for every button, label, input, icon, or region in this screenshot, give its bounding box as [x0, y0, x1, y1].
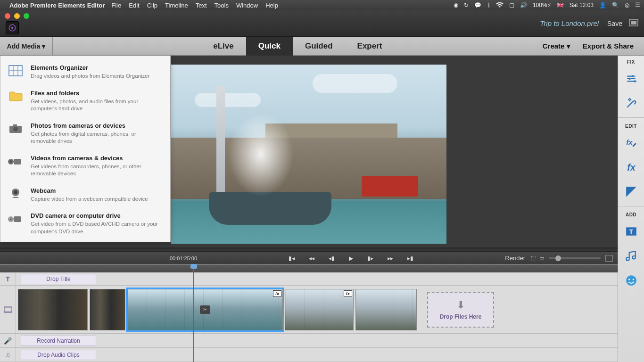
dvd-camera-icon — [7, 212, 24, 225]
tab-guided[interactable]: Guided — [293, 37, 345, 56]
prev-clip-button[interactable]: ◂◂ — [309, 255, 314, 262]
safe-margins-icon[interactable]: ⬚ — [531, 255, 536, 261]
playhead[interactable] — [193, 265, 194, 362]
export-share-button[interactable]: Export & Share — [583, 42, 634, 50]
spotlight-icon[interactable]: 🔍 — [612, 2, 619, 8]
tab-expert[interactable]: Expert — [345, 37, 395, 56]
svg-point-7 — [632, 75, 634, 77]
clip-1[interactable] — [18, 289, 88, 330]
save-button[interactable]: Save — [607, 20, 622, 27]
battery-status[interactable]: 100% ⚡︎ — [533, 2, 551, 8]
add-media-videos[interactable]: Videos from cameras & devicesGet videos … — [0, 150, 170, 182]
svg-point-31 — [10, 219, 12, 220]
close-window-button[interactable] — [5, 13, 10, 19]
folder-icon — [7, 90, 24, 103]
applied-effects-button[interactable]: fx — [623, 159, 640, 176]
macos-menubar: Adobe Premiere Elements Editor File Edit… — [0, 0, 644, 10]
split-clip-icon[interactable]: ✂ — [200, 305, 210, 314]
clip-2[interactable] — [90, 289, 125, 330]
audio-track: ♫ Drop Audio Clips — [0, 348, 618, 362]
music-note-icon: ♫ — [0, 348, 16, 362]
menu-text[interactable]: Text — [196, 2, 207, 9]
svg-point-28 — [14, 190, 17, 194]
add-media-dropdown: Elements OrganizerDrag videos and photos… — [0, 56, 171, 242]
fullscreen-icon[interactable] — [629, 19, 638, 28]
timeline-ruler[interactable] — [0, 265, 618, 272]
add-media-photos[interactable]: Photos from cameras or devicesGet photos… — [0, 117, 170, 150]
clock[interactable]: Sat 12:03 — [570, 2, 594, 8]
add-section-label: ADD — [626, 208, 636, 219]
bluetooth-icon[interactable]: ᛒ — [487, 2, 490, 8]
svg-rect-5 — [4, 307, 12, 308]
app-name[interactable]: Adobe Premiere Elements Editor — [9, 2, 105, 9]
drop-title-zone[interactable]: Drop Title — [21, 274, 96, 284]
play-button[interactable]: ▶ — [349, 255, 353, 262]
title-track-icon: T — [0, 272, 16, 285]
tab-elive[interactable]: eLive — [201, 37, 246, 56]
transitions-button[interactable] — [623, 183, 640, 200]
tools-button[interactable] — [623, 95, 640, 112]
menu-timeline[interactable]: Timeline — [165, 2, 188, 9]
clip-3-selected[interactable]: fx ✂ — [127, 289, 283, 330]
fix-section-label: FIX — [627, 56, 635, 66]
add-media-button[interactable]: Add Media▾ — [0, 37, 53, 55]
clip-5[interactable] — [355, 289, 417, 330]
record-narration-button[interactable]: Record Narration — [21, 336, 96, 346]
menu-window[interactable]: Window — [236, 2, 258, 9]
fullscreen-preview-button[interactable] — [605, 255, 613, 262]
webcam-icon — [7, 187, 24, 200]
clip-4[interactable]: fx — [285, 289, 354, 330]
zoom-window-button[interactable] — [24, 13, 29, 19]
input-flag[interactable]: 🇬🇧 — [557, 2, 564, 8]
add-media-webcam[interactable]: WebcamCapture video from a webcam compat… — [0, 182, 170, 208]
menu-help[interactable]: Help — [265, 2, 278, 9]
menu-edit[interactable]: Edit — [129, 2, 139, 9]
next-clip-button[interactable]: ▸▸ — [388, 255, 393, 262]
svg-rect-22 — [13, 124, 17, 126]
airplay-icon[interactable]: ▢ — [509, 2, 514, 8]
messages-icon[interactable]: 💬 — [474, 2, 481, 8]
goto-end-button[interactable]: ▸▮ — [407, 255, 413, 262]
user-icon[interactable]: 👤 — [599, 2, 606, 8]
adjust-button[interactable] — [623, 70, 640, 87]
svg-text:fx: fx — [626, 138, 633, 146]
step-forward-button[interactable]: ▮▸ — [367, 255, 373, 262]
add-media-files[interactable]: Files and foldersGet videos, photos, and… — [0, 85, 170, 117]
graphics-button[interactable] — [623, 272, 640, 289]
notification-center-icon[interactable]: ☰ — [635, 2, 640, 8]
zoom-slider[interactable] — [549, 257, 601, 259]
app-logo-icon — [6, 21, 19, 34]
titles-button[interactable]: T — [623, 223, 640, 240]
svg-text:T: T — [629, 228, 633, 235]
menu-clip[interactable]: Clip — [147, 2, 157, 9]
svg-rect-29 — [14, 216, 21, 222]
timemachine-icon[interactable]: ↻ — [464, 2, 469, 8]
goto-start-button[interactable]: ▮◂ — [289, 255, 295, 262]
svg-point-26 — [9, 160, 12, 163]
siri-icon[interactable]: ◎ — [625, 2, 629, 8]
mode-bar: Add Media▾ eLive Quick Guided Expert Cre… — [0, 37, 644, 56]
add-media-dvd[interactable]: DVD camera or computer driveGet video fr… — [0, 207, 170, 240]
single-view-icon[interactable]: ▭ — [539, 255, 544, 261]
step-back-button[interactable]: ◂▮ — [329, 255, 335, 262]
tab-quick[interactable]: Quick — [246, 37, 293, 56]
minimize-window-button[interactable] — [14, 13, 20, 19]
render-button[interactable]: Render — [505, 255, 525, 262]
video-preview[interactable] — [171, 65, 446, 244]
drop-audio-zone[interactable]: Drop Audio Clips — [21, 350, 96, 360]
effects-button[interactable]: fx — [623, 134, 640, 151]
svg-point-8 — [628, 78, 630, 80]
fx-badge-icon: fx — [344, 290, 352, 297]
add-media-organizer[interactable]: Elements OrganizerDrag videos and photos… — [0, 59, 170, 85]
menu-tools[interactable]: Tools — [215, 2, 229, 9]
window-traffic-lights — [5, 13, 29, 19]
svg-rect-6 — [4, 311, 12, 313]
create-button[interactable]: Create ▾ — [543, 42, 570, 50]
download-arrow-icon: ⬇ — [457, 299, 465, 311]
music-button[interactable] — [623, 247, 640, 264]
wifi-icon[interactable] — [496, 2, 504, 8]
accessibility-icon[interactable]: ◉ — [454, 2, 458, 8]
drop-files-zone[interactable]: ⬇ Drop Files Here — [427, 292, 494, 328]
menu-file[interactable]: File — [111, 2, 121, 9]
volume-icon[interactable]: 🔊 — [520, 2, 527, 8]
